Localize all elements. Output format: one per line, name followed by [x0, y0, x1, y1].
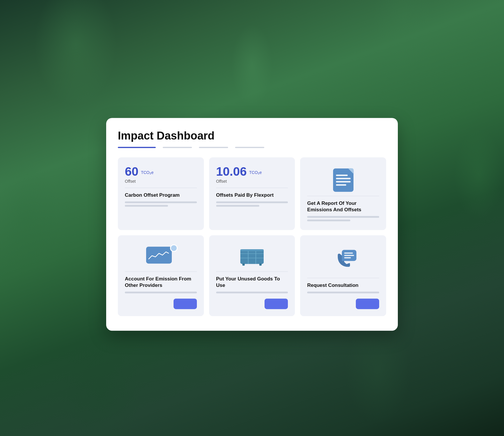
- card-divider: [307, 278, 379, 278]
- doc-line-3: [336, 181, 351, 182]
- card-bottom: [125, 299, 197, 309]
- stat-value-carbon: 60: [125, 165, 139, 178]
- card-emission-providers: Account For Emission From Other Provider…: [118, 235, 204, 316]
- card-title-carbon: Carbon Offset Program: [125, 192, 197, 198]
- card-divider: [216, 188, 288, 188]
- desc-line-2: [125, 205, 168, 207]
- stat-unit-carbon: TCO₂e: [141, 170, 153, 175]
- card-title-emission: Account For Emission From Other Provider…: [125, 276, 197, 289]
- tab-inactive-1[interactable]: [163, 147, 192, 148]
- card-divider: [125, 188, 197, 188]
- consultation-cta-button[interactable]: [356, 299, 379, 309]
- card-carbon-offset: 60 TCO₂e Offset Carbon Offset Program: [118, 157, 204, 230]
- stat-value-flexport: 10.06: [216, 165, 247, 178]
- desc-line-1: [125, 201, 197, 203]
- container-icon: [239, 246, 265, 267]
- desc-line-2: [307, 219, 350, 221]
- icon-area-consultation: [307, 243, 379, 278]
- chat-bubble-icon: [342, 250, 356, 261]
- desc-line-1: [307, 292, 379, 294]
- stat-unit-flexport: TCO₂e: [249, 170, 262, 175]
- card-divider: [307, 196, 379, 196]
- tab-bar: [118, 147, 386, 148]
- document-icon: [333, 168, 354, 192]
- chart-icon: [146, 247, 172, 264]
- card-title-goods: Put Your Unused Goods To Use: [216, 276, 288, 289]
- card-divider: [125, 271, 197, 272]
- card-divider: [216, 271, 288, 272]
- phone-icon-wrap: [330, 250, 356, 270]
- icon-area-goods: [216, 243, 288, 271]
- chart-icon-wrap: [146, 247, 175, 267]
- page-title: Impact Dashboard: [118, 130, 386, 142]
- desc-line-2: [216, 205, 259, 207]
- card-bottom: [216, 299, 288, 309]
- desc-line-1: [125, 292, 197, 294]
- bubble-indicator: [170, 244, 178, 252]
- cards-grid: 60 TCO₂e Offset Carbon Offset Program 10…: [118, 157, 386, 316]
- card-flexport-offset: 10.06 TCO₂e Offset Offsets Paid By Flexp…: [209, 157, 295, 230]
- tab-inactive-3[interactable]: [235, 147, 264, 148]
- card-report: Get A Report Of Your Emissions And Offse…: [300, 157, 386, 230]
- chat-line-1: [344, 252, 353, 254]
- svg-rect-1: [240, 249, 264, 264]
- stat-area: 60 TCO₂e Offset: [125, 165, 197, 188]
- card-title-report: Get A Report Of Your Emissions And Offse…: [307, 200, 379, 213]
- desc-line-1: [216, 201, 288, 203]
- icon-area-report: [307, 165, 379, 196]
- svg-rect-7: [242, 263, 245, 266]
- doc-line-4: [336, 184, 346, 186]
- goods-cta-button[interactable]: [265, 299, 288, 309]
- card-title-flexport: Offsets Paid By Flexport: [216, 192, 288, 198]
- chat-line-2: [344, 255, 354, 256]
- svg-rect-8: [259, 263, 262, 266]
- doc-line-1: [336, 175, 348, 176]
- svg-rect-6: [240, 249, 264, 251]
- emission-cta-button[interactable]: [174, 299, 197, 309]
- stat-row: 60 TCO₂e: [125, 165, 197, 178]
- doc-line-2: [336, 178, 351, 179]
- desc-line-1: [307, 216, 379, 218]
- chart-wave-svg: [148, 250, 169, 261]
- icon-area-emission: [125, 243, 197, 271]
- dashboard-panel: Impact Dashboard 60 TCO₂e Offset Carbon …: [106, 118, 398, 331]
- card-title-consultation: Request Consultation: [307, 282, 379, 289]
- card-unused-goods: Put Your Unused Goods To Use: [209, 235, 295, 316]
- stat-label-flexport: Offset: [216, 179, 288, 184]
- tab-active[interactable]: [118, 147, 156, 148]
- stat-area: 10.06 TCO₂e Offset: [216, 165, 288, 188]
- card-consultation: Request Consultation: [300, 235, 386, 316]
- desc-line-1: [216, 292, 288, 294]
- stat-label-carbon: Offset: [125, 179, 197, 184]
- container-svg: [239, 246, 265, 266]
- card-bottom: [307, 299, 379, 309]
- stat-row: 10.06 TCO₂e: [216, 165, 288, 178]
- chat-line-3: [344, 257, 351, 258]
- tab-inactive-2[interactable]: [199, 147, 228, 148]
